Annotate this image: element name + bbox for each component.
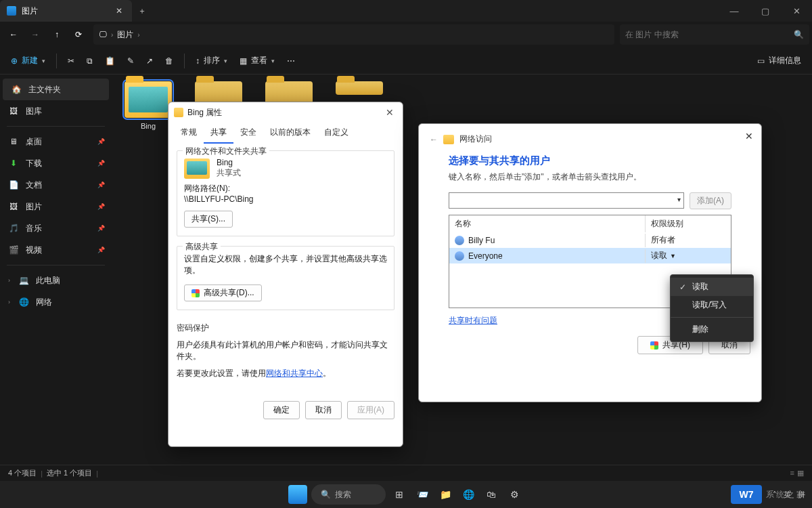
user-combo[interactable]: ▾ <box>449 192 684 209</box>
new-tab-button[interactable]: ＋ <box>132 0 152 22</box>
tab-customize[interactable]: 自定义 <box>317 123 355 144</box>
tab-security[interactable]: 安全 <box>233 123 263 144</box>
sidebar-item-network[interactable]: ›🌐网络 <box>0 291 112 313</box>
search-input[interactable]: 在 图片 中搜索 🔍 <box>620 24 809 45</box>
rename-button[interactable]: ✎ <box>123 54 138 68</box>
taskbar-edge-icon[interactable]: 🌐 <box>459 485 478 504</box>
maximize-button[interactable]: ▢ <box>750 0 781 22</box>
rename-icon: ✎ <box>127 56 134 66</box>
apply-button[interactable]: 应用(A) <box>347 401 394 419</box>
taskbar-store-icon[interactable]: 🛍 <box>482 485 501 504</box>
pin-icon: 📌 <box>97 182 105 188</box>
up-button[interactable]: ↑ <box>46 24 68 45</box>
advanced-share-button[interactable]: 高级共享(D)... <box>184 284 262 301</box>
chevron-down-icon: ▾ <box>677 196 681 203</box>
taskbar-settings-icon[interactable]: ⚙ <box>505 485 524 504</box>
forward-button[interactable]: → <box>24 24 46 45</box>
share-heading: 选择要与其共享的用户 <box>449 154 731 167</box>
advanced-sharing-group: 高级共享 设置自定义权限，创建多个共享，并设置其他高级共享选项。 高级共享(D)… <box>177 246 394 310</box>
tab-pictures[interactable]: 图片 ✕ <box>0 0 132 22</box>
copy-button[interactable]: ⧉ <box>83 54 97 68</box>
refresh-button[interactable]: ⟳ <box>68 24 89 45</box>
details-button[interactable]: ▭详细信息 <box>753 52 805 69</box>
close-window-button[interactable]: ✕ <box>781 0 812 22</box>
trash-icon: 🗑 <box>165 56 173 66</box>
back-button[interactable]: ← <box>3 24 24 45</box>
new-button[interactable]: ⊕新建▾ <box>7 52 49 69</box>
minimize-button[interactable]: — <box>719 0 750 22</box>
menu-read-write[interactable]: 读取/写入 <box>671 296 753 314</box>
sidebar-item-downloads[interactable]: ⬇下载📌 <box>0 152 112 174</box>
properties-dialog: Bing 属性 ✕ 常规 共享 安全 以前的版本 自定义 网络文件和文件夹共享 … <box>168 102 403 447</box>
sidebar-item-documents[interactable]: 📄文档📌 <box>0 174 112 196</box>
tab-sharing[interactable]: 共享 <box>204 123 233 144</box>
address-bar[interactable]: 🖵 › 图片 › <box>93 24 614 45</box>
close-icon[interactable]: ✕ <box>745 131 753 142</box>
group-icon <box>455 251 464 261</box>
sidebar-item-pictures[interactable]: 🖼图片📌 <box>0 196 112 217</box>
chevron-down-icon: ▾ <box>224 58 227 64</box>
col-name[interactable]: 名称 <box>449 215 646 232</box>
grid-view-icon[interactable]: ▦ <box>797 469 804 478</box>
chevron-down-icon: ▾ <box>42 58 45 64</box>
share-button[interactable]: ↗ <box>142 54 157 68</box>
sort-button[interactable]: ↕排序▾ <box>191 52 231 69</box>
folder-item[interactable] <box>331 81 388 95</box>
share-state: 共享式 <box>217 167 241 179</box>
close-icon[interactable]: ✕ <box>382 107 397 118</box>
pin-icon: 📌 <box>97 203 105 210</box>
folder-icon <box>184 158 210 179</box>
list-view-icon[interactable]: ≡ <box>790 469 794 478</box>
sidebar-item-gallery[interactable]: 🖼图库 <box>0 100 112 122</box>
add-button[interactable]: 添加(A) <box>690 192 731 209</box>
sidebar-item-thispc[interactable]: ›💻此电脑 <box>0 270 112 291</box>
taskbar-app-icon[interactable]: 📨 <box>413 485 432 504</box>
paste-icon: 📋 <box>105 56 115 66</box>
share-button[interactable]: 共享(S)... <box>184 211 233 228</box>
group-text: 设置自定义权限，创建多个共享，并设置其他高级共享选项。 <box>184 253 387 276</box>
sidebar-item-music[interactable]: 🎵音乐📌 <box>0 217 112 239</box>
group-title: 高级共享 <box>183 241 221 253</box>
group-line1: 用户必须具有此计算机的用户帐户和密码，才能访问共享文件夹。 <box>177 339 394 362</box>
list-row[interactable]: Billy Fu 所有者 <box>449 232 731 248</box>
network-center-link[interactable]: 网络和共享中心 <box>266 368 323 378</box>
menu-remove[interactable]: 删除 <box>671 320 753 339</box>
taskbar-search[interactable]: 🔍搜索 <box>311 484 386 505</box>
share-help-link[interactable]: 共享时有问题 <box>449 316 497 325</box>
sharing-panel: 网络文件和文件夹共享 Bing 共享式 网络路径(N): \\BILLYFU-P… <box>168 144 403 396</box>
breadcrumb-item[interactable]: 图片 <box>117 29 133 41</box>
password-group: 密码保护 用户必须具有此计算机的用户帐户和密码，才能访问共享文件夹。 若要更改此… <box>177 320 394 379</box>
tab-previous-versions[interactable]: 以前的版本 <box>263 123 317 144</box>
paste-button[interactable]: 📋 <box>101 54 119 68</box>
copy-icon: ⧉ <box>87 56 93 66</box>
check-icon: ✓ <box>679 282 687 292</box>
menu-read[interactable]: ✓读取 <box>671 278 753 296</box>
cut-button[interactable]: ✂ <box>64 54 78 68</box>
dialog-titlebar[interactable]: Bing 属性 ✕ <box>168 102 403 123</box>
sidebar-item-home[interactable]: 🏠主文件夹 <box>3 79 109 100</box>
title-bar: 图片 ✕ ＋ — ▢ ✕ <box>0 0 812 22</box>
cut-icon: ✂ <box>68 56 74 66</box>
shield-icon <box>191 289 200 297</box>
start-button[interactable] <box>288 485 307 504</box>
back-icon[interactable]: ← <box>430 135 438 144</box>
delete-button[interactable]: 🗑 <box>161 54 177 68</box>
plus-icon: ⊕ <box>11 56 18 66</box>
ok-button[interactable]: 确定 <box>263 401 300 419</box>
view-button[interactable]: ▦查看▾ <box>235 52 279 69</box>
taskbar: 🔍搜索 ⊞ 📨 📁 🌐 🛍 ⚙ ˄ 英 拼 <box>0 481 812 508</box>
tab-general[interactable]: 常规 <box>174 123 204 144</box>
sidebar-item-videos[interactable]: 🎬视频📌 <box>0 239 112 261</box>
pc-icon: 💻 <box>18 275 29 286</box>
music-icon: 🎵 <box>8 223 19 234</box>
sidebar-item-desktop[interactable]: 🖥桌面📌 <box>0 131 112 152</box>
tab-close-icon[interactable]: ✕ <box>113 6 125 16</box>
taskbar-explorer-icon[interactable]: 📁 <box>436 485 455 504</box>
chevron-down-icon[interactable]: ▼ <box>670 253 676 259</box>
more-button[interactable]: ⋯ <box>283 54 299 68</box>
col-permission[interactable]: 权限级别 <box>646 215 731 232</box>
list-row[interactable]: Everyone 读取▼ <box>449 248 731 263</box>
task-view-icon[interactable]: ⊞ <box>390 485 409 504</box>
cancel-button[interactable]: 取消 <box>305 401 342 419</box>
group-title: 密码保护 <box>177 323 209 333</box>
